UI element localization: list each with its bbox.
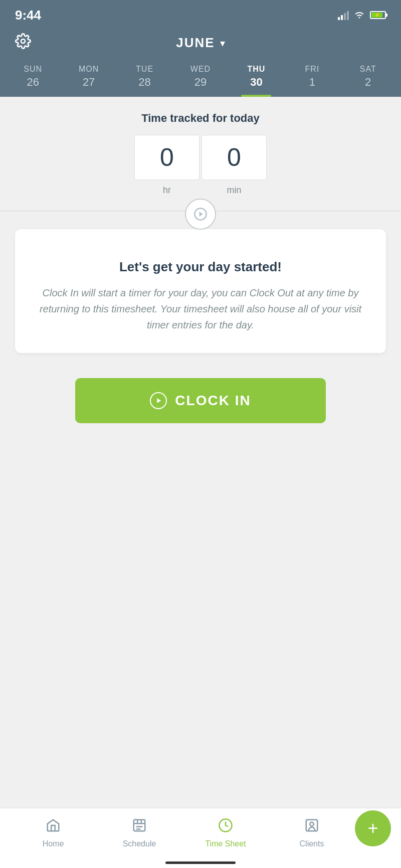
home-indicator	[165, 861, 236, 864]
month-selector[interactable]: JUNE ▾	[176, 35, 225, 51]
nav-schedule-label: Schedule	[123, 839, 156, 848]
signal-icon	[338, 10, 349, 20]
status-icons: ⚡	[338, 10, 386, 21]
status-bar: 9:44 ⚡	[0, 0, 401, 30]
minutes-display: 0	[202, 135, 267, 180]
day-tue[interactable]: TUE 28	[125, 61, 165, 97]
battery-icon: ⚡	[370, 11, 386, 19]
home-icon	[46, 818, 61, 836]
info-card: Let's get your day started! Clock In wil…	[15, 229, 386, 353]
day-wed[interactable]: WED 29	[180, 61, 221, 97]
minute-label: min	[202, 185, 267, 196]
time-labels: hr min	[15, 185, 386, 196]
info-card-title: Let's get your day started!	[35, 259, 366, 275]
main-content: Time tracked for today 0 0 hr min Let's …	[0, 97, 401, 438]
day-mon[interactable]: MON 27	[69, 61, 109, 97]
schedule-icon	[132, 818, 147, 836]
nav-timesheet-label: Time Sheet	[205, 839, 246, 848]
time-tracked-title: Time tracked for today	[15, 112, 386, 125]
nav-home[interactable]: Home	[10, 818, 96, 848]
svg-marker-2	[199, 212, 203, 216]
fab-add-button[interactable]: +	[355, 810, 391, 846]
nav-clients-label: Clients	[300, 839, 324, 848]
clock-in-play-icon	[150, 392, 167, 409]
svg-point-12	[310, 822, 314, 826]
wifi-icon	[354, 10, 365, 21]
bottom-nav: Home Schedule Time Sheet	[0, 808, 401, 868]
day-thu[interactable]: THU 30	[236, 61, 276, 97]
active-day-indicator	[241, 95, 271, 97]
day-sat[interactable]: SAT 2	[348, 61, 388, 97]
month-title: JUNE	[176, 35, 215, 51]
clients-icon	[304, 818, 319, 836]
settings-icon[interactable]	[15, 33, 31, 53]
header-top: JUNE ▾	[15, 35, 386, 61]
nav-home-label: Home	[43, 839, 64, 848]
day-sun[interactable]: SUN 26	[13, 61, 53, 97]
info-card-description: Clock In will start a timer for your day…	[35, 285, 366, 333]
fab-plus-icon: +	[367, 819, 378, 837]
nav-clients[interactable]: Clients	[269, 818, 355, 848]
nav-schedule[interactable]: Schedule	[96, 818, 182, 848]
chevron-down-icon: ▾	[220, 37, 225, 49]
calendar-week: SUN 26 MON 27 TUE 28 WED 29 THU 30 FRI 1…	[0, 61, 401, 97]
time-display: 0 0	[15, 135, 386, 180]
svg-marker-3	[157, 398, 161, 403]
time-tracked-section: Time tracked for today 0 0 hr min	[15, 112, 386, 196]
clock-in-button[interactable]: CLOCK IN	[75, 378, 326, 423]
nav-timesheet[interactable]: Time Sheet	[182, 818, 269, 848]
svg-point-0	[21, 39, 25, 43]
hour-label: hr	[134, 185, 199, 196]
day-fri[interactable]: FRI 1	[292, 61, 332, 97]
play-circle-button[interactable]	[185, 199, 216, 230]
header: JUNE ▾	[0, 30, 401, 61]
timesheet-icon	[218, 818, 233, 836]
clock-in-button-label: CLOCK IN	[175, 393, 251, 409]
status-time: 9:44	[15, 8, 41, 23]
clock-in-section: Let's get your day started! Clock In wil…	[15, 199, 386, 423]
hours-display: 0	[134, 135, 199, 180]
